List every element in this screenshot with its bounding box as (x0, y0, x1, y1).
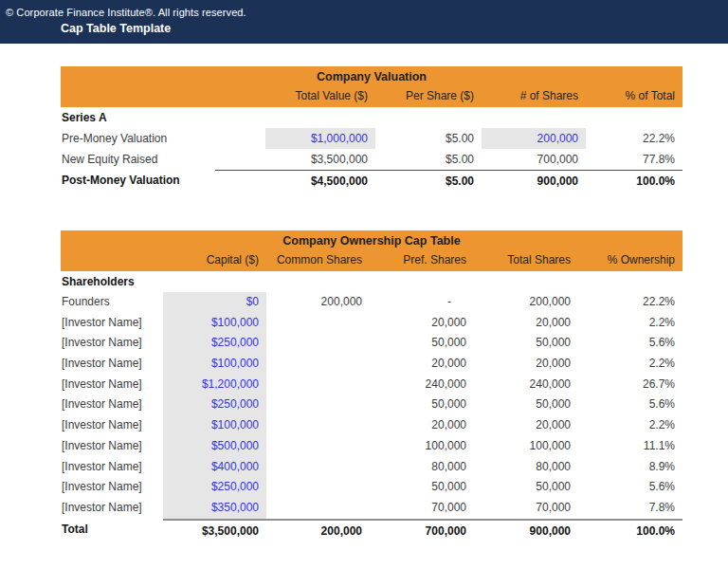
pct-value: 22.2% (586, 128, 682, 149)
table-row-new-equity: New Equity Raised $3,500,000 $5.00 700,0… (61, 149, 682, 170)
brand-banner: © Corporate Finance Institute®. All righ… (0, 0, 728, 44)
per-share-value: $5.00 (375, 149, 482, 170)
per-share-value: $5.00 (375, 170, 482, 191)
pref-shares: 50,000 (370, 333, 474, 354)
capital-input[interactable]: $100,000 (163, 313, 266, 334)
table-row-investor: [Investor Name] $350,000 70,000 70,000 7… (61, 498, 682, 519)
pct-ownership: 26.7% (578, 375, 682, 395)
pct-ownership: 5.6% (578, 395, 682, 415)
pct-ownership: 5.6% (578, 477, 682, 498)
shareholder-name: Founders (61, 292, 163, 313)
copyright-text: © Corporate Finance Institute®. All righ… (0, 0, 728, 18)
pre-money-value-input[interactable]: $1,000,000 (265, 128, 375, 149)
capital-input[interactable]: $250,000 (163, 477, 266, 498)
table-row-total: Total $3,500,000 200,000 700,000 900,000… (61, 519, 682, 540)
total-shares: 50,000 (474, 333, 578, 354)
section-row-shareholders: Shareholders (61, 271, 682, 292)
capital-input[interactable]: $1,200,000 (163, 375, 266, 395)
pref-shares: 20,000 (370, 415, 474, 436)
shareholder-name: [Investor Name] (61, 477, 163, 498)
common-shares: 200,000 (266, 292, 370, 313)
pref-shares: 20,000 (370, 354, 474, 375)
total-shares: 100,000 (474, 436, 578, 457)
shareholder-name: [Investor Name] (61, 498, 163, 519)
per-share-value: $5.00 (375, 128, 482, 149)
common-shares (266, 395, 370, 415)
capital-input[interactable]: $250,000 (163, 395, 266, 415)
total-shares: 240,000 (474, 375, 578, 395)
table-row-investor: [Investor Name] $1,200,000 240,000 240,0… (61, 375, 682, 395)
capital-input[interactable]: $500,000 (163, 436, 266, 457)
shareholder-name: [Investor Name] (61, 436, 163, 457)
column-header-num-shares: # of Shares (482, 86, 586, 107)
company-valuation-table: Company Valuation Total Value ($) Per Sh… (61, 66, 682, 191)
table-row-investor: [Investor Name] $250,000 50,000 50,000 5… (61, 477, 682, 498)
shareholder-name: [Investor Name] (61, 375, 163, 395)
total-shares: 50,000 (474, 477, 578, 498)
pct-ownership: 8.9% (578, 457, 682, 478)
shareholder-name: [Investor Name] (61, 354, 163, 375)
pct-ownership: 5.6% (578, 333, 682, 354)
table-row-pre-money: Pre-Money Valuation $1,000,000 $5.00 200… (61, 128, 682, 149)
row-label: Pre-Money Valuation (61, 128, 215, 149)
pref-shares: 240,000 (370, 375, 474, 395)
common-shares (266, 313, 370, 334)
table-row-investor: [Investor Name] $250,000 50,000 50,000 5… (61, 395, 682, 415)
capital-input[interactable]: $0 (163, 292, 266, 313)
cap-table-title: Company Ownership Cap Table (61, 230, 682, 250)
table-row-post-money-total: Post-Money Valuation $4,500,000 $5.00 90… (61, 170, 682, 191)
pct-ownership: 2.2% (578, 415, 682, 436)
shareholder-name: [Investor Name] (61, 415, 163, 436)
page-title: Cap Table Template (0, 18, 728, 35)
total-total-shares: 900,000 (474, 519, 578, 540)
total-value: $4,500,000 (265, 170, 375, 191)
pref-shares: 50,000 (370, 395, 474, 415)
total-shares: 20,000 (474, 313, 578, 334)
column-header-per-share: Per Share ($) (375, 86, 482, 107)
pref-shares: 100,000 (370, 436, 474, 457)
total-shares: 200,000 (474, 292, 578, 313)
capital-input[interactable]: $400,000 (163, 457, 266, 478)
pct-ownership: 11.1% (578, 436, 682, 457)
table-row-investor: [Investor Name] $100,000 20,000 20,000 2… (61, 313, 682, 334)
common-shares (266, 375, 370, 395)
table-row-investor: [Investor Name] $250,000 50,000 50,000 5… (61, 333, 682, 354)
row-label: New Equity Raised (61, 149, 215, 170)
common-shares (266, 498, 370, 519)
total-value: $3,500,000 (265, 149, 375, 170)
common-shares (266, 477, 370, 498)
total-common-shares: 200,000 (266, 519, 370, 540)
row-label: Post-Money Valuation (61, 170, 215, 191)
pref-shares: - (370, 292, 474, 313)
table-row-investor: [Investor Name] $400,000 80,000 80,000 8… (61, 457, 682, 478)
common-shares (266, 436, 370, 457)
pref-shares: 20,000 (370, 313, 474, 334)
capital-input[interactable]: $100,000 (163, 354, 266, 375)
capital-input[interactable]: $250,000 (163, 333, 266, 354)
pct-value: 100.0% (586, 170, 682, 191)
cap-table-header-row: Capital ($) Common Shares Pref. Shares T… (61, 250, 682, 271)
pct-ownership: 22.2% (578, 292, 682, 313)
shareholder-name: [Investor Name] (61, 395, 163, 415)
total-shares: 70,000 (474, 498, 578, 519)
pre-money-shares-input[interactable]: 200,000 (482, 128, 586, 149)
pct-ownership: 2.2% (578, 313, 682, 334)
table-row-founders: Founders $0 200,000 - 200,000 22.2% (61, 292, 682, 313)
table-row-investor: [Investor Name] $100,000 20,000 20,000 2… (61, 354, 682, 375)
capital-input[interactable]: $100,000 (163, 415, 266, 436)
column-header-capital: Capital ($) (163, 250, 266, 271)
common-shares (266, 354, 370, 375)
pct-ownership: 2.2% (578, 354, 682, 375)
pref-shares: 70,000 (370, 498, 474, 519)
total-capital: $3,500,000 (163, 519, 266, 540)
worksheet-area: Company Valuation Total Value ($) Per Sh… (61, 66, 682, 540)
section-label: Series A (61, 107, 215, 128)
column-header-total-shares: Total Shares (474, 250, 578, 271)
total-shares: 80,000 (474, 457, 578, 478)
pct-value: 77.8% (586, 149, 682, 170)
shareholder-name: [Investor Name] (61, 313, 163, 334)
section-row-series-a: Series A (61, 107, 682, 128)
valuation-header-row: Total Value ($) Per Share ($) # of Share… (61, 86, 682, 107)
shares-value: 700,000 (482, 149, 586, 170)
capital-input[interactable]: $350,000 (163, 498, 266, 519)
